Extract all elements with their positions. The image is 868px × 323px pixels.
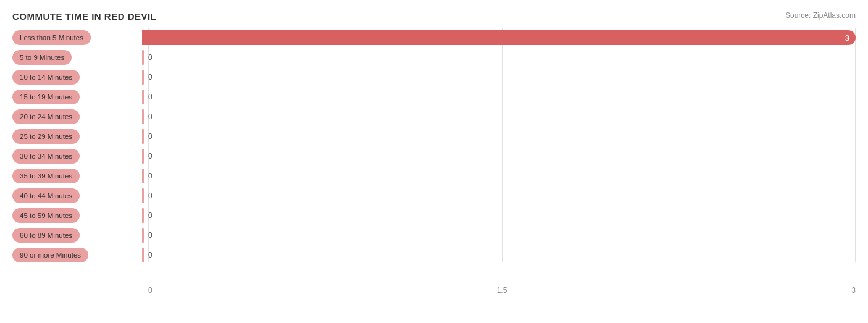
bar-label-text: 60 to 89 Minutes (12, 228, 80, 243)
x-label-0: 0 (148, 286, 152, 295)
bar-label: 15 to 19 Minutes (12, 89, 142, 105)
bar-track: 0 (142, 208, 856, 224)
bar-value: 0 (148, 112, 152, 121)
bar-track: 0 (142, 109, 856, 125)
bar-value: 0 (148, 152, 152, 161)
bar-fill-zero (142, 149, 144, 164)
bar-label: 25 to 29 Minutes (12, 128, 142, 145)
bar-value: 0 (148, 231, 152, 240)
bar-fill-zero (142, 109, 144, 124)
bar-row: Less than 5 Minutes3 (12, 28, 856, 48)
bar-label: 20 to 24 Minutes (12, 109, 142, 125)
bar-label-text: 90 or more Minutes (12, 248, 88, 262)
x-label-mid: 1.5 (497, 286, 507, 295)
bar-fill-zero (142, 188, 144, 203)
bar-row: 45 to 59 Minutes0 (12, 206, 856, 225)
bar-fill-zero (142, 50, 144, 65)
bar-label: 10 to 14 Minutes (12, 69, 142, 85)
x-axis: 0 1.5 3 (148, 286, 856, 295)
bar-value: 0 (148, 251, 152, 259)
bar-fill-zero (142, 228, 144, 243)
bar-fill-full: 3 (142, 30, 856, 45)
bar-label: 40 to 44 Minutes (12, 188, 142, 204)
bar-label-text: 5 to 9 Minutes (12, 50, 72, 65)
bar-row: 90 or more Minutes0 (12, 245, 856, 265)
bar-row: 30 to 34 Minutes0 (12, 146, 856, 166)
bar-fill-zero (142, 169, 144, 183)
bar-label-text: Less than 5 Minutes (12, 30, 91, 45)
bar-value: 0 (148, 191, 152, 200)
bar-label-text: 45 to 59 Minutes (12, 208, 80, 223)
chart-title: COMMUTE TIME IN RED DEVIL (12, 11, 156, 22)
bar-value: 3 (845, 33, 849, 43)
bar-row: 10 to 14 Minutes0 (12, 67, 856, 87)
chart-body: Less than 5 Minutes35 to 9 Minutes010 to… (12, 28, 856, 281)
bar-row: 25 to 29 Minutes0 (12, 127, 856, 146)
bar-value: 0 (148, 93, 152, 101)
bar-track: 0 (142, 247, 856, 263)
chart-source: Source: ZipAtlas.com (785, 11, 856, 20)
bar-label-text: 30 to 34 Minutes (12, 149, 80, 164)
x-label-max: 3 (851, 286, 856, 295)
bar-track: 0 (142, 89, 856, 105)
bar-track: 0 (142, 49, 856, 65)
bar-row: 40 to 44 Minutes0 (12, 186, 856, 206)
bar-label-text: 35 to 39 Minutes (12, 169, 80, 183)
bar-fill-zero (142, 90, 144, 104)
bar-fill-zero (142, 248, 144, 262)
bar-value: 0 (148, 53, 152, 62)
bar-track: 0 (142, 69, 856, 85)
bar-value: 0 (148, 73, 152, 82)
bar-fill-zero (142, 208, 144, 223)
bar-track: 0 (142, 188, 856, 204)
bar-value: 0 (148, 211, 152, 220)
bar-label: 35 to 39 Minutes (12, 168, 142, 184)
bar-row: 5 to 9 Minutes0 (12, 48, 856, 67)
chart-container: COMMUTE TIME IN RED DEVIL Source: ZipAtl… (0, 0, 868, 323)
bar-track: 0 (142, 128, 856, 145)
bar-label: 5 to 9 Minutes (12, 49, 142, 65)
bars-area: Less than 5 Minutes35 to 9 Minutes010 to… (12, 28, 856, 283)
bar-label: 60 to 89 Minutes (12, 227, 142, 243)
bar-label-text: 25 to 29 Minutes (12, 129, 80, 144)
bar-row: 60 to 89 Minutes0 (12, 225, 856, 245)
bar-value: 0 (148, 132, 152, 141)
bar-fill-zero (142, 70, 144, 85)
bar-label-text: 20 to 24 Minutes (12, 109, 80, 124)
bar-label: Less than 5 Minutes (12, 30, 142, 46)
bar-label: 30 to 34 Minutes (12, 148, 142, 164)
bar-label-text: 10 to 14 Minutes (12, 70, 80, 85)
bar-label: 45 to 59 Minutes (12, 208, 142, 224)
bar-label: 90 or more Minutes (12, 247, 142, 263)
bar-value: 0 (148, 172, 152, 180)
bar-row: 20 to 24 Minutes0 (12, 107, 856, 127)
bar-label-text: 40 to 44 Minutes (12, 188, 80, 203)
bar-track: 0 (142, 168, 856, 184)
chart-header: COMMUTE TIME IN RED DEVIL Source: ZipAtl… (12, 11, 856, 22)
bar-track: 0 (142, 148, 856, 164)
bar-track: 0 (142, 227, 856, 243)
bar-row: 15 to 19 Minutes0 (12, 87, 856, 107)
bar-label-text: 15 to 19 Minutes (12, 90, 80, 104)
bar-fill-zero (142, 129, 144, 144)
bar-row: 35 to 39 Minutes0 (12, 166, 856, 186)
bar-track: 3 (142, 30, 856, 46)
